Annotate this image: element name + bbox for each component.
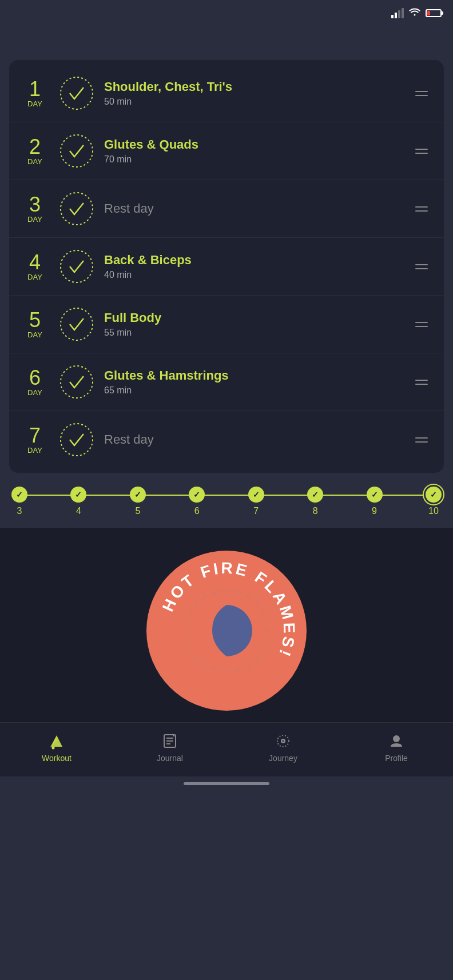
day-label: DAY [27, 330, 42, 339]
day-duration: 55 min [104, 328, 411, 338]
timeline-week-item[interactable]: ✓ 5 [130, 487, 146, 516]
day-menu-icon[interactable] [411, 89, 432, 98]
circle-check-icon [58, 248, 95, 285]
day-duration: 40 min [104, 270, 411, 280]
day-menu-icon[interactable] [411, 320, 432, 329]
nav-item-journal[interactable]: Journal [147, 732, 193, 763]
badge-circle: HOT FIRE FLAMES! [146, 551, 307, 711]
day-label: DAY [27, 388, 42, 397]
day-row[interactable]: 7 DAY Rest day [9, 411, 444, 468]
timeline-week-item[interactable]: ✓ 7 [248, 487, 264, 516]
day-row[interactable]: 4 DAY Back & Biceps 40 min [9, 238, 444, 296]
svg-point-1 [61, 135, 93, 167]
timeline-week-item[interactable]: ✓ 9 [367, 487, 383, 516]
svg-point-37 [52, 747, 55, 750]
circle-check-icon [58, 421, 95, 458]
day-number-wrap: 2 DAY [21, 137, 49, 166]
day-menu-icon[interactable] [411, 204, 432, 214]
timeline-week-item[interactable]: ✓ 3 [11, 487, 27, 516]
nav-item-label-journal: Journal [157, 754, 183, 763]
day-number-wrap: 7 DAY [21, 425, 49, 455]
day-label: DAY [27, 273, 42, 281]
nav-item-label-profile: Profile [385, 754, 408, 763]
badge-svg: HOT FIRE FLAMES! [146, 551, 307, 711]
timeline-week-num: 9 [372, 506, 377, 516]
day-number-wrap: 3 DAY [21, 194, 49, 224]
day-menu-icon[interactable] [411, 377, 432, 387]
svg-point-5 [61, 366, 93, 398]
wifi-icon [408, 7, 421, 19]
day-info: Glutes & Quads 70 min [104, 137, 411, 164]
timeline-week-item[interactable]: ✓ 6 [189, 487, 205, 516]
day-number: 1 [29, 79, 41, 99]
signal-icon [391, 8, 404, 18]
nav-item-profile[interactable]: Profile [373, 732, 419, 763]
week-header [0, 45, 453, 60]
svg-point-2 [61, 193, 93, 225]
day-label: DAY [27, 215, 42, 224]
day-number: 5 [29, 310, 41, 330]
journal-icon [161, 732, 179, 750]
circle-check-icon [58, 75, 95, 111]
day-number: 7 [29, 425, 41, 446]
day-number-wrap: 6 DAY [21, 368, 49, 397]
badge-section: HOT FIRE FLAMES! [0, 528, 453, 722]
day-number-wrap: 4 DAY [21, 252, 49, 281]
status-icons [391, 7, 442, 19]
nav-item-journey[interactable]: Journey [260, 732, 306, 763]
timeline-check-icon: ✓ [130, 487, 146, 503]
bottom-nav: Workout Journal Journey Profile [0, 722, 453, 776]
day-info: Shoulder, Chest, Tri's 50 min [104, 79, 411, 106]
timeline-week-num: 8 [313, 506, 318, 516]
day-number: 3 [29, 194, 41, 215]
timeline-check-icon: ✓ [307, 487, 323, 503]
day-label: DAY [27, 157, 42, 166]
day-info: Rest day [104, 201, 411, 216]
day-menu-icon[interactable] [411, 435, 432, 445]
day-menu-icon[interactable] [411, 262, 432, 272]
nav-item-workout[interactable]: Workout [34, 732, 80, 763]
timeline-check-icon: ✓ [11, 487, 27, 503]
day-rest-label: Rest day [104, 201, 154, 216]
day-row[interactable]: 6 DAY Glutes & Hamstrings 65 min [9, 353, 444, 411]
timeline-week-num: 5 [135, 506, 140, 516]
day-label: DAY [27, 446, 42, 455]
circle-check-icon [58, 364, 95, 400]
day-number: 4 [29, 252, 41, 273]
day-number: 6 [29, 368, 41, 388]
timeline-week-item[interactable]: ✓ 8 [307, 487, 323, 516]
svg-point-46 [393, 735, 400, 742]
nav-header [0, 30, 453, 45]
svg-point-4 [61, 308, 93, 340]
day-row[interactable]: 3 DAY Rest day [9, 180, 444, 238]
day-workout-name: Full Body [104, 310, 411, 325]
day-row[interactable]: 1 DAY Shoulder, Chest, Tri's 50 min [9, 65, 444, 122]
day-duration: 70 min [104, 154, 411, 165]
day-row[interactable]: 5 DAY Full Body 55 min [9, 296, 444, 353]
day-menu-icon[interactable] [411, 146, 432, 156]
search-back[interactable] [0, 22, 453, 30]
timeline-week-item[interactable]: ✓ 4 [70, 487, 86, 516]
days-list: 1 DAY Shoulder, Chest, Tri's 50 min 2 DA… [9, 60, 444, 473]
circle-check-icon [58, 190, 95, 227]
timeline-week-item[interactable]: ✓ 10 [426, 487, 442, 516]
circle-check-icon [58, 306, 95, 342]
day-info: Back & Biceps 40 min [104, 253, 411, 280]
journey-icon [274, 732, 292, 750]
day-row[interactable]: 2 DAY Glutes & Quads 70 min [9, 122, 444, 180]
day-info: Full Body 55 min [104, 310, 411, 337]
week-timeline: ✓ 3 ✓ 4 ✓ 5 ✓ 6 ✓ 7 ✓ 8 ✓ 9 ✓ 10 [0, 473, 453, 528]
svg-point-6 [61, 424, 93, 456]
day-number-wrap: 1 DAY [21, 79, 49, 108]
svg-point-0 [61, 77, 93, 109]
day-number-wrap: 5 DAY [21, 310, 49, 339]
day-duration: 65 min [104, 385, 411, 396]
day-duration: 50 min [104, 97, 411, 107]
timeline-check-icon: ✓ [248, 487, 264, 503]
home-indicator [184, 782, 269, 785]
svg-point-3 [61, 250, 93, 282]
timeline-check-icon: ✓ [367, 487, 383, 503]
timeline-week-num: 10 [428, 506, 439, 516]
timeline-week-num: 3 [17, 506, 22, 516]
day-number: 2 [29, 137, 41, 157]
